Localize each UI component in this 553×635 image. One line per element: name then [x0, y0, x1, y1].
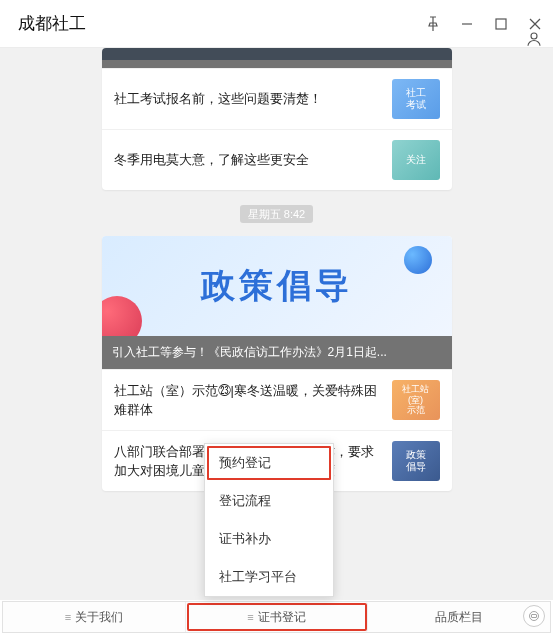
- card1-header[interactable]: [102, 60, 452, 68]
- menu-icon: [65, 610, 71, 624]
- timestamp-text: 星期五 8:42: [240, 205, 313, 223]
- article-row[interactable]: 冬季用电莫大意，了解这些更安全 关注: [102, 129, 452, 190]
- minimize-icon[interactable]: [459, 16, 475, 32]
- popup-item-book[interactable]: 预约登记: [205, 444, 333, 482]
- article-row[interactable]: 社工站（室）示范㉓|寒冬送温暖，关爱特殊困难群体 社工站 (室) 示范: [102, 369, 452, 430]
- popup-item-reissue[interactable]: 证书补办: [205, 520, 333, 558]
- nav-label: 关于我们: [75, 609, 123, 626]
- article-row[interactable]: 社工考试报名前，这些问题要清楚！ 社工 考试: [102, 68, 452, 129]
- article-thumb: 社工 考试: [392, 79, 440, 119]
- bottom-nav: 关于我们 证书登记 品质栏目: [2, 601, 551, 633]
- svg-point-5: [530, 612, 539, 621]
- menu-icon: [247, 610, 253, 624]
- cert-menu-popup: 预约登记 登记流程 证书补办 社工学习平台: [204, 443, 334, 597]
- article-title: 冬季用电莫大意，了解这些更安全: [114, 150, 384, 170]
- nav-about[interactable]: 关于我们: [3, 602, 186, 632]
- maximize-icon[interactable]: [493, 16, 509, 32]
- svg-point-4: [531, 33, 537, 39]
- popup-item-study[interactable]: 社工学习平台: [205, 558, 333, 596]
- title-bar: 成都社工: [0, 0, 553, 48]
- popup-item-flow[interactable]: 登记流程: [205, 482, 333, 520]
- decor-bubble-blue: [404, 246, 432, 274]
- card2-header[interactable]: 引入社工等参与！《民政信访工作办法》2月1日起...: [102, 336, 452, 369]
- decor-bubble-red: [102, 296, 142, 336]
- pin-icon[interactable]: [425, 16, 441, 32]
- svg-rect-1: [496, 19, 506, 29]
- article-thumb: 政策 倡导: [392, 441, 440, 481]
- svg-rect-6: [532, 615, 537, 618]
- card1-hero[interactable]: [102, 48, 452, 60]
- nav-label: 证书登记: [258, 609, 306, 626]
- card2-hero[interactable]: 政策倡导: [102, 236, 452, 336]
- timestamp: 星期五 8:42: [8, 204, 545, 222]
- article-card-1: 社工考试报名前，这些问题要清楚！ 社工 考试 冬季用电莫大意，了解这些更安全 关…: [102, 48, 452, 190]
- app-title: 成都社工: [18, 12, 86, 35]
- article-thumb: 社工站 (室) 示范: [392, 380, 440, 420]
- keyboard-icon[interactable]: [523, 605, 545, 627]
- hero-text: 政策倡导: [201, 263, 353, 309]
- article-thumb: 关注: [392, 140, 440, 180]
- nav-cert[interactable]: 证书登记: [186, 602, 369, 632]
- article-title: 社工考试报名前，这些问题要清楚！: [114, 89, 384, 109]
- article-title: 社工站（室）示范㉓|寒冬送温暖，关爱特殊困难群体: [114, 381, 384, 420]
- nav-label: 品质栏目: [435, 609, 483, 626]
